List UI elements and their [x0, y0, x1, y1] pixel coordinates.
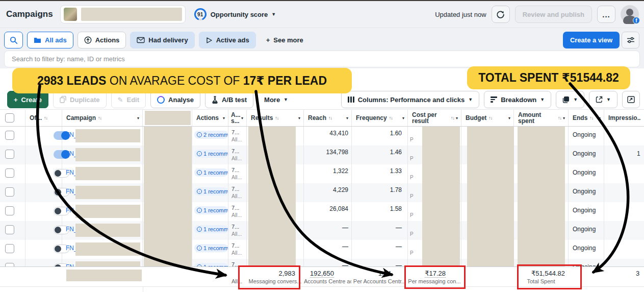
row-select-cell — [0, 127, 25, 145]
edit-button[interactable]: ✎Edit — [111, 91, 146, 108]
search-filter-input[interactable]: Search to filter by: name, ID or metrics — [4, 51, 640, 67]
actions-cell: ↑1 recomm — [192, 202, 228, 221]
cost-label-peek: P — [410, 137, 414, 142]
header-impressions[interactable]: Impressio.. — [604, 110, 644, 126]
row-select-cell — [0, 240, 25, 259]
header-amount-spent[interactable]: Amountspent↑↓▾ — [514, 110, 569, 126]
analyse-button[interactable]: Analyse — [150, 91, 200, 108]
campaign-name-cell[interactable]: FN_ — [62, 259, 143, 266]
recommendations-badge[interactable]: ↑1 recomm — [194, 244, 228, 252]
frequency-cell: — — [352, 221, 408, 240]
header-cost-per-result[interactable]: Cost perresult↑↓▾ — [408, 110, 461, 126]
chevron-down-icon: ▾ — [223, 116, 226, 120]
campaign-name-cell[interactable]: FN_ — [62, 164, 143, 183]
attribution-line2: All... — [231, 136, 242, 142]
filter-chip-active-ads[interactable]: Active ads — [199, 32, 256, 48]
recommendations-badge[interactable]: ↑2 recomm — [194, 131, 228, 139]
view-settings-button[interactable] — [622, 32, 639, 48]
recommendations-badge[interactable]: ↑1 recomm — [194, 206, 228, 214]
facebook-badge-icon: f — [633, 17, 640, 24]
chart-icon — [627, 96, 635, 103]
recommendations-badge[interactable]: ↑1 recomm — [194, 168, 228, 177]
see-more-filters-button[interactable]: + See more — [260, 32, 310, 48]
row-checkbox[interactable] — [5, 225, 14, 234]
refresh-button[interactable] — [492, 6, 510, 23]
row-checkbox[interactable] — [5, 168, 14, 178]
more-options-button[interactable]: ... — [597, 6, 615, 23]
header-ends[interactable]: Ends↑↓▾ — [569, 110, 604, 126]
frequency-value: 1.46 — [390, 149, 402, 156]
recommendations-badge[interactable]: ↑1 recomm — [194, 225, 228, 233]
select-all-checkbox[interactable] — [5, 113, 14, 123]
account-selector[interactable] — [60, 5, 186, 23]
profile-avatar[interactable]: f — [621, 5, 639, 23]
row-select-cell — [0, 183, 25, 202]
attribution-line1: 7... — [231, 242, 239, 249]
campaign-name-cell[interactable]: FN_ — [62, 240, 143, 259]
recommendation-icon: ↑ — [197, 208, 202, 213]
ab-test-button[interactable]: A/B test — [205, 91, 253, 108]
row-select-cell — [0, 259, 25, 266]
actions-cell: ↑2 recomm — [192, 127, 228, 145]
search-filter-button[interactable] — [4, 32, 23, 48]
header-budget[interactable]: Budget↑↓▾ — [461, 110, 514, 126]
row-checkbox[interactable] — [5, 206, 14, 215]
filter-chip-actions[interactable]: Actions — [78, 32, 126, 48]
account-avatar — [64, 8, 77, 21]
recommendations-badge[interactable]: ↑1 recomm — [194, 187, 228, 196]
header-results[interactable]: Results↑↓▾ — [247, 110, 304, 126]
campaign-name-cell[interactable]: FN_ — [62, 127, 143, 145]
row-checkbox[interactable] — [5, 150, 14, 159]
header-campaign[interactable]: Campaign↑↓▾ — [62, 110, 143, 126]
impressions-value: 1 — [637, 150, 640, 157]
row-checkbox[interactable] — [5, 263, 14, 266]
ends-cell: Ongoing — [569, 202, 604, 221]
recommendations-badge[interactable]: ↑1 recomm — [194, 150, 228, 158]
review-and-publish-button[interactable]: Review and publish — [515, 6, 592, 23]
opportunity-score[interactable]: 91 Opportunity score ▼ — [194, 8, 276, 21]
duplicate-button[interactable]: Duplicate — [53, 91, 107, 108]
row-checkbox[interactable] — [5, 187, 14, 197]
header-select-all[interactable] — [0, 110, 25, 126]
filter-chip-had-delivery[interactable]: Had delivery — [130, 32, 194, 48]
create-a-view-button[interactable]: Create a view — [563, 32, 620, 48]
campaign-name-cell[interactable]: FN_ — [62, 183, 143, 202]
campaign-name-cell[interactable]: FN_ — [62, 202, 143, 221]
frequency-cell: — — [352, 259, 408, 266]
campaign-name-cell[interactable]: FN_ — [62, 145, 143, 164]
reports-button[interactable]: ▼ — [556, 91, 584, 108]
columns-button[interactable]: Columns: Performance and clicks▼ — [341, 91, 479, 108]
top-bar: Campaigns 91 Opportunity score ▼ Updated… — [0, 1, 644, 28]
frequency-cell: 1.78 — [352, 183, 408, 202]
header-frequency[interactable]: Frequency↑↓▾ — [352, 110, 408, 126]
header-attribution[interactable]: A...s...▾ — [228, 110, 247, 126]
impressions-cell: 1 — [604, 145, 644, 164]
row-checkbox[interactable] — [5, 131, 14, 140]
charts-button[interactable] — [622, 91, 640, 108]
cost-label-peek: P — [410, 250, 414, 256]
row-toggle-cell — [25, 127, 62, 145]
recommendations-badge[interactable]: ↑1 recomm — [194, 263, 228, 266]
sliders-icon — [627, 36, 635, 44]
row-checkbox[interactable] — [5, 244, 14, 253]
plus-icon: + — [266, 36, 270, 44]
row-toggle-cell — [25, 259, 62, 266]
ends-value: Ongoing — [573, 245, 596, 252]
chevron-down-icon: ▾ — [402, 116, 405, 120]
frequency-value: — — [396, 262, 402, 266]
recommendation-icon: ↑ — [197, 132, 202, 137]
header-reach[interactable]: Reach↑↓▾ — [304, 110, 352, 126]
chevron-down-icon: ▾ — [508, 116, 511, 120]
campaign-name-cell[interactable]: FN_ — [62, 221, 143, 240]
filter-bar: All ads Actions Had delivery Active ads … — [0, 28, 644, 68]
create-button[interactable]: +Create — [7, 91, 48, 108]
header-actions[interactable]: Actions▾ — [192, 110, 228, 126]
header-off[interactable]: Off..↑↓ — [25, 110, 62, 126]
reach-cell: 134,798 — [304, 145, 352, 164]
totals-frequency: 1.64 Per Accounts Centr... — [352, 267, 408, 286]
export-button[interactable]: ▼ — [589, 91, 617, 108]
breakdown-button[interactable]: Breakdown▼ — [484, 91, 551, 108]
filter-chip-all-ads[interactable]: All ads — [27, 32, 73, 48]
frequency-cell: 1.33 — [352, 164, 408, 183]
more-menu-button[interactable]: More▼ — [258, 91, 294, 108]
